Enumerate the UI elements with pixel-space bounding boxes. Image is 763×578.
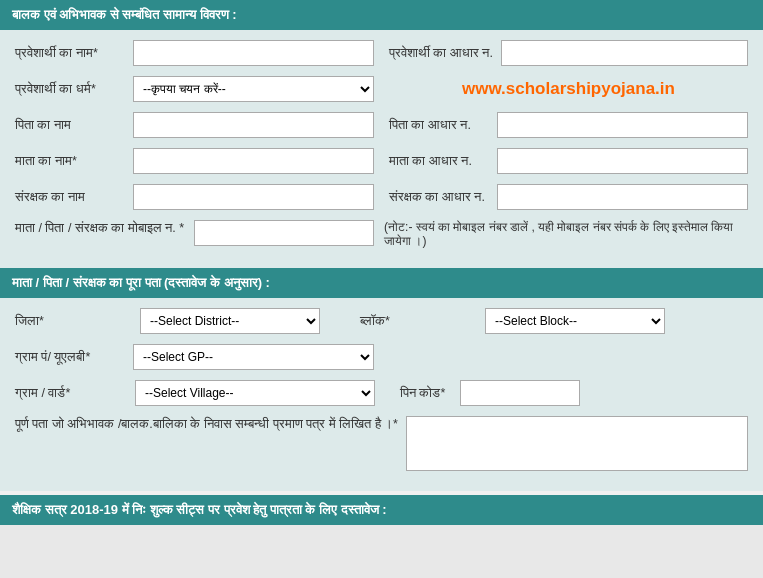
mother-aadhar-input[interactable]	[497, 148, 748, 174]
gp-left: ग्राम पं/ यूएलबी* --Select GP--	[15, 344, 374, 370]
guardian-name-label: संरक्षक का नाम	[15, 190, 125, 205]
guardian-name-left: संरक्षक का नाम	[15, 184, 374, 210]
section1-body: प्रवेशार्थी का नाम* प्रवेशार्थी का आधार …	[0, 30, 763, 268]
mother-name-label: माता का नाम*	[15, 154, 125, 169]
full-address-label: पूर्ण पता जो अभिभावक /बालक.बालिका के निव…	[15, 416, 398, 434]
district-label: जिला*	[15, 314, 125, 329]
district-select[interactable]: --Select District--	[140, 308, 320, 334]
student-name-aadhar-row: प्रवेशार्थी का नाम* प्रवेशार्थी का आधार …	[15, 40, 748, 66]
section3-title: शैक्षिक सत्र 2018-19 में निः शुल्क सीट्स…	[12, 502, 387, 517]
village-select[interactable]: --Select Village--	[135, 380, 375, 406]
pin-input[interactable]	[460, 380, 580, 406]
father-aadhar-input[interactable]	[497, 112, 748, 138]
section3-header: शैक्षिक सत्र 2018-19 में निः शुल्क सीट्स…	[0, 495, 763, 525]
main-container: बालक एवं अभिभावक से सम्बंधित सामान्य विव…	[0, 0, 763, 525]
student-name-input[interactable]	[133, 40, 374, 66]
village-pin-row: ग्राम / वार्ड* --Select Village-- पिन को…	[15, 380, 748, 406]
father-aadhar-right: पिता का आधार न.	[389, 112, 748, 138]
father-aadhar-label: पिता का आधार न.	[389, 118, 489, 133]
section1-header: बालक एवं अभिभावक से सम्बंधित सामान्य विव…	[0, 0, 763, 30]
guardian-name-input[interactable]	[133, 184, 374, 210]
mother-aadhar-right: माता का आधार न.	[389, 148, 748, 174]
district-block-row: जिला* --Select District-- ब्लॉक* --Selec…	[15, 308, 748, 334]
father-name-left: पिता का नाम	[15, 112, 374, 138]
mother-name-input[interactable]	[133, 148, 374, 174]
section2-header: माता / पिता / संरक्षक का पूरा पता (दस्ता…	[0, 268, 763, 298]
pin-label: पिन कोड*	[400, 385, 445, 401]
full-address-row: पूर्ण पता जो अभिभावक /बालक.बालिका के निव…	[15, 416, 748, 471]
gp-row: ग्राम पं/ यूएलबी* --Select GP--	[15, 344, 748, 370]
religion-label: प्रवेशार्थी का धर्म*	[15, 82, 125, 97]
student-name-left: प्रवेशार्थी का नाम*	[15, 40, 374, 66]
guardian-aadhar-label: संरक्षक का आधार न.	[389, 190, 489, 205]
section2-title: माता / पिता / संरक्षक का पूरा पता (दस्ता…	[12, 275, 270, 290]
block-label: ब्लॉक*	[360, 314, 470, 329]
mobile-row: माता / पिता / संरक्षक का मोबाइल न. * (नो…	[15, 220, 748, 248]
father-row: पिता का नाम पिता का आधार न.	[15, 112, 748, 138]
religion-left: प्रवेशार्थी का धर्म* --कृपया चयन करें--	[15, 76, 374, 102]
religion-select[interactable]: --कृपया चयन करें--	[133, 76, 374, 102]
section1-title: बालक एवं अभिभावक से सम्बंधित सामान्य विव…	[12, 7, 237, 22]
mother-row: माता का नाम* माता का आधार न.	[15, 148, 748, 174]
village-label: ग्राम / वार्ड*	[15, 386, 125, 401]
mobile-input[interactable]	[194, 220, 374, 246]
gp-label: ग्राम पं/ यूएलबी*	[15, 350, 125, 365]
student-aadhar-right: प्रवेशार्थी का आधार न.	[389, 40, 748, 66]
student-aadhar-label: प्रवेशार्थी का आधार न.	[389, 46, 493, 61]
father-name-input[interactable]	[133, 112, 374, 138]
student-aadhar-input[interactable]	[501, 40, 748, 66]
guardian-row: संरक्षक का नाम संरक्षक का आधार न.	[15, 184, 748, 210]
religion-row: प्रवेशार्थी का धर्म* --कृपया चयन करें-- …	[15, 76, 748, 102]
full-address-textarea[interactable]	[406, 416, 748, 471]
student-name-label: प्रवेशार्थी का नाम*	[15, 46, 125, 61]
father-name-label: पिता का नाम	[15, 118, 125, 133]
mother-aadhar-label: माता का आधार न.	[389, 154, 489, 169]
section2-body: जिला* --Select District-- ब्लॉक* --Selec…	[0, 298, 763, 491]
guardian-aadhar-input[interactable]	[497, 184, 748, 210]
mobile-label: माता / पिता / संरक्षक का मोबाइल न. *	[15, 220, 184, 238]
block-select[interactable]: --Select Block--	[485, 308, 665, 334]
website-right: www.scholarshipyojana.in	[389, 79, 748, 99]
gp-select[interactable]: --Select GP--	[133, 344, 374, 370]
mother-name-left: माता का नाम*	[15, 148, 374, 174]
guardian-aadhar-right: संरक्षक का आधार न.	[389, 184, 748, 210]
mobile-note: (नोट:- स्वयं का मोबाइल नंबर डालें , यही …	[384, 220, 748, 248]
website-watermark: www.scholarshipyojana.in	[462, 79, 675, 99]
